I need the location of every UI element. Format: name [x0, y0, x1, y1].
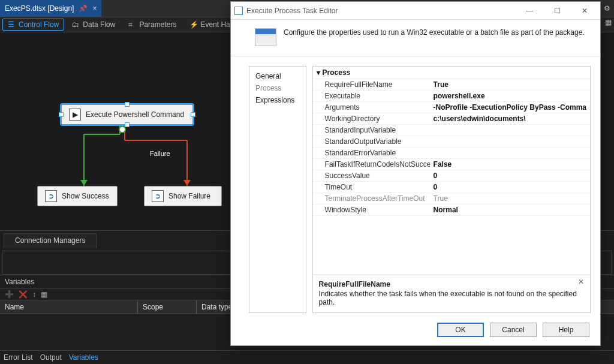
property-name: Arguments — [313, 102, 430, 113]
property-name: WindowStyle — [313, 204, 430, 215]
task-show-success[interactable]: ➲ Show Success — [37, 186, 118, 206]
tab-connection-managers[interactable]: Connection Managers — [4, 233, 97, 248]
help-close-icon[interactable]: ✕ — [578, 278, 584, 286]
minimize-button[interactable]: — — [517, 2, 541, 19]
resize-handle[interactable] — [59, 112, 64, 117]
document-tab[interactable]: ExecPS.dtsx [Design] 📌 × — [0, 0, 101, 17]
document-title: ExecPS.dtsx [Design] — [5, 4, 74, 13]
pin-icon[interactable]: 📌 — [79, 4, 88, 13]
property-row[interactable]: WorkingDirectoryc:\users\edwin\documents… — [313, 113, 590, 125]
property-value[interactable] — [430, 125, 590, 136]
property-value[interactable] — [430, 136, 590, 147]
tab-label: Control Flow — [19, 20, 59, 29]
dialog-button-row: OK Cancel Help — [231, 318, 600, 345]
tab-parameters[interactable]: ⌗ Parameters — [123, 19, 182, 31]
close-button[interactable]: ✕ — [573, 2, 597, 19]
resize-handle[interactable] — [125, 122, 130, 127]
add-variable-icon[interactable]: ➕ — [5, 290, 14, 299]
property-value[interactable]: powershell.exe — [430, 91, 590, 101]
move-variable-icon[interactable]: ↕ — [32, 290, 36, 299]
resize-handle[interactable] — [125, 102, 130, 107]
bottom-tool-tabs: Error List Output Variables — [0, 350, 614, 364]
task-label: Show Failure — [168, 192, 210, 200]
task-label: Execute Powershell Command — [86, 110, 184, 119]
connector-label-failure[interactable]: Failure — [150, 150, 170, 157]
dialog-title: Execute Process Task Editor — [246, 7, 514, 15]
property-name: RequireFullFileName — [313, 79, 430, 90]
tab-variables[interactable]: Variables — [69, 353, 98, 362]
property-grid[interactable]: ▾ Process RequireFullFileNameTrueExecuta… — [313, 67, 590, 275]
tab-data-flow[interactable]: 🗂 Data Flow — [67, 19, 121, 31]
property-row[interactable]: TimeOut0 — [313, 182, 590, 193]
maximize-button[interactable]: ☐ — [545, 2, 569, 19]
ok-button[interactable]: OK — [437, 323, 484, 337]
property-row[interactable]: Executablepowershell.exe — [313, 91, 590, 102]
property-value[interactable]: Normal — [430, 204, 590, 215]
property-value[interactable] — [430, 148, 590, 158]
property-value[interactable]: True — [430, 193, 590, 204]
nav-general[interactable]: General — [255, 70, 300, 82]
close-icon[interactable]: × — [92, 4, 97, 13]
col-scope[interactable]: Scope — [138, 300, 197, 314]
tab-output[interactable]: Output — [40, 353, 62, 362]
property-row[interactable]: StandardOutputVariable — [313, 136, 590, 148]
dialog-icon — [234, 7, 243, 15]
property-row[interactable]: TerminateProcessAfterTimeOutTrue — [313, 193, 590, 204]
property-row[interactable]: StandardInputVariable — [313, 125, 590, 136]
property-name: StandardErrorVariable — [313, 148, 430, 158]
property-value[interactable]: 0 — [430, 182, 590, 192]
property-row[interactable]: RequireFullFileNameTrue — [313, 79, 590, 91]
tab-error-list[interactable]: Error List — [4, 353, 33, 362]
col-name[interactable]: Name — [0, 300, 138, 314]
gear-icon[interactable]: ⚙ — [600, 0, 614, 17]
property-name: TerminateProcessAfterTimeOut — [313, 193, 430, 204]
property-row[interactable]: Arguments-NoProfile -ExecutionPolicy ByP… — [313, 102, 590, 113]
property-category[interactable]: ▾ Process — [313, 67, 590, 79]
property-value[interactable]: -NoProfile -ExecutionPolicy ByPass -Comm… — [430, 102, 590, 113]
property-name: FailTaskIfReturnCodeIsNotSuccessValue — [313, 159, 430, 170]
tab-label: Parameters — [139, 20, 176, 29]
grid-options-icon[interactable]: ▦ — [41, 290, 47, 299]
execute-process-icon: ▶ — [69, 109, 81, 121]
task-show-failure[interactable]: ➲ Show Failure — [144, 186, 222, 206]
property-name: StandardOutputVariable — [313, 136, 430, 147]
property-name: WorkingDirectory — [313, 113, 430, 124]
svg-marker-3 — [80, 180, 88, 186]
property-value[interactable]: False — [430, 159, 590, 170]
help-button[interactable]: Help — [543, 323, 589, 337]
property-value[interactable]: True — [430, 79, 590, 90]
variables-icon[interactable]: ▦ — [605, 18, 612, 26]
property-name: StandardInputVariable — [313, 125, 430, 136]
nav-process[interactable]: Process — [255, 82, 300, 94]
tab-control-flow[interactable]: ☰ Control Flow — [2, 19, 64, 31]
property-row[interactable]: FailTaskIfReturnCodeIsNotSuccessValueFal… — [313, 159, 590, 170]
svg-marker-7 — [183, 180, 191, 186]
property-value[interactable]: 0 — [430, 170, 590, 181]
task-label: Show Success — [62, 192, 109, 200]
dialog-description: Configure the properties used to run a W… — [231, 20, 600, 56]
task-execute-powershell[interactable]: ▶ Execute Powershell Command — [61, 104, 193, 125]
category-label: Process — [323, 68, 351, 77]
property-grid-panel: ▾ Process RequireFullFileNameTrueExecuta… — [312, 66, 591, 313]
help-text: Indicates whether the task fails when th… — [319, 290, 584, 306]
dialog-nav: General Process Expressions — [249, 66, 306, 313]
nav-expressions[interactable]: Expressions — [255, 94, 300, 106]
task-type-icon — [255, 28, 276, 46]
resize-handle[interactable] — [191, 112, 195, 117]
cancel-button[interactable]: Cancel — [490, 323, 537, 337]
description-text: Configure the properties used to run a W… — [284, 28, 585, 46]
property-row[interactable]: StandardErrorVariable — [313, 148, 590, 159]
property-row[interactable]: SuccessValue0 — [313, 170, 590, 182]
property-help: ✕ RequireFullFileName Indicates whether … — [313, 275, 590, 312]
property-name: TimeOut — [313, 182, 430, 192]
script-task-icon: ➲ — [45, 190, 57, 202]
property-row[interactable]: WindowStyleNormal — [313, 204, 590, 216]
property-value[interactable]: c:\users\edwin\documents\ — [430, 113, 590, 124]
property-name: SuccessValue — [313, 170, 430, 181]
data-flow-icon: 🗂 — [72, 20, 80, 29]
dialog-titlebar[interactable]: Execute Process Task Editor — ☐ ✕ — [231, 2, 600, 20]
delete-variable-icon[interactable]: ❌ — [19, 290, 28, 299]
tab-label: Data Flow — [83, 20, 115, 29]
svg-point-8 — [119, 127, 125, 133]
property-name: Executable — [313, 91, 430, 101]
